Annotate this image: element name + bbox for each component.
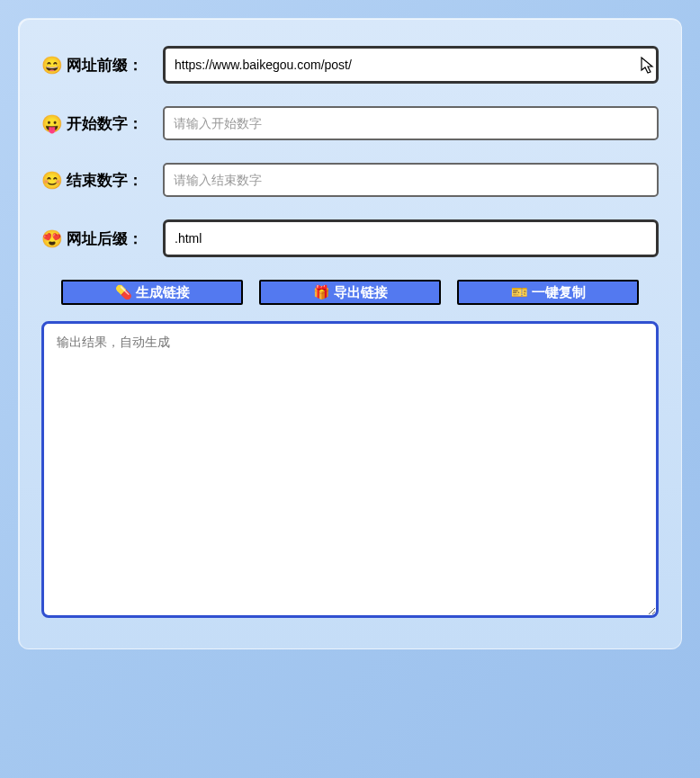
main-panel: 😄 网址前缀： 😛 开始数字： 😊 结束数字： 😍 网址后缀： 💊 生成链接: [18, 18, 682, 649]
action-button-row: 💊 生成链接 🎁 导出链接 🎫 一键复制: [41, 280, 659, 305]
copy-button-label: 一键复制: [532, 284, 586, 301]
end-number-row: 😊 结束数字：: [41, 163, 659, 197]
tongue-emoji-icon: 😛: [41, 113, 63, 134]
generate-button[interactable]: 💊 生成链接: [61, 280, 243, 305]
smile-emoji-icon: 😊: [41, 170, 63, 191]
end-number-label-text: 结束数字：: [67, 170, 143, 191]
url-prefix-label-text: 网址前缀：: [67, 55, 143, 76]
ticket-icon: 🎫: [511, 284, 528, 300]
url-suffix-label: 😍 网址后缀：: [41, 228, 163, 249]
generate-button-label: 生成链接: [136, 284, 190, 301]
url-suffix-input[interactable]: [163, 219, 659, 257]
start-number-row: 😛 开始数字：: [41, 106, 659, 140]
pill-icon: 💊: [115, 284, 132, 300]
url-suffix-label-text: 网址后缀：: [67, 228, 143, 249]
end-number-label: 😊 结束数字：: [41, 170, 163, 191]
export-button[interactable]: 🎁 导出链接: [259, 280, 441, 305]
url-prefix-label: 😄 网址前缀：: [41, 55, 163, 76]
export-button-label: 导出链接: [334, 284, 388, 301]
url-prefix-input[interactable]: [163, 46, 659, 84]
copy-button[interactable]: 🎫 一键复制: [457, 280, 639, 305]
start-number-input[interactable]: [163, 106, 659, 140]
url-suffix-row: 😍 网址后缀：: [41, 219, 659, 257]
start-number-label: 😛 开始数字：: [41, 113, 163, 134]
grin-emoji-icon: 😄: [41, 55, 63, 76]
output-textarea[interactable]: [41, 321, 659, 618]
url-prefix-row: 😄 网址前缀：: [41, 46, 659, 84]
start-number-label-text: 开始数字：: [67, 113, 143, 134]
end-number-input[interactable]: [163, 163, 659, 197]
gift-icon: 🎁: [313, 284, 330, 300]
heart-eyes-emoji-icon: 😍: [41, 228, 63, 249]
